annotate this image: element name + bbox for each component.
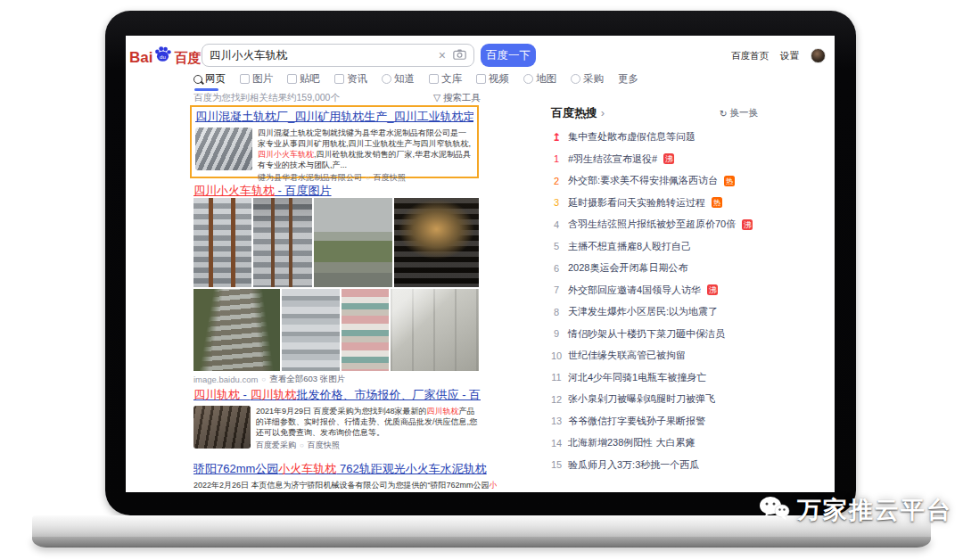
baidu-logo-text: Bai [129,49,152,67]
avatar[interactable] [811,48,826,63]
result-3-title[interactable]: 骄阳762mm公园小火车轨枕 762轨距观光小火车水泥轨枕 [193,461,497,477]
result-1-title[interactable]: 四川混凝土轨枕厂_四川矿用轨枕生产_四川工业轨枕定制-犍... [195,109,473,125]
wenku-icon [429,74,439,84]
tab-news[interactable]: 资讯 [334,72,367,86]
baidu-dot-icon: ○ [366,174,370,182]
camera-icon[interactable] [453,47,466,63]
search-tools-button[interactable]: ▽ 搜索工具 [433,92,481,104]
result-2-thumbnail[interactable] [193,406,251,449]
result-2-title[interactable]: 四川轨枕 - 四川轨枕批发价格、市场报价、厂家供应 - 百度... [193,387,481,403]
hot-search-panel: 百度热搜 › ↻换一换 ↥集中查处散布虚假信息等问题 1#羽生结弦宣布退役#沸 … [551,105,758,472]
hot-item[interactable]: 9情侣吵架从十楼扔下菜刀砸中保洁员 [551,327,758,341]
result-2: 四川轨枕 - 四川轨枕批发价格、市场报价、厂家供应 - 百度... 2021年9… [193,387,481,451]
hot-item[interactable]: 11河北4少年同骑1电瓶车被撞身亡 [551,371,758,384]
tab-maps[interactable]: 地图 [523,72,556,86]
image-results-grid [193,198,481,371]
search-tabs: 网页 图片 贴吧 资讯 知道 文库 视频 地图 采购 更多 [193,72,638,86]
hot-item[interactable]: 2外交部:要求美不得安排佩洛西访台热 [551,174,758,187]
tab-tieba[interactable]: 贴吧 [287,72,320,86]
hot-item[interactable]: 8天津发生爆炸小区居民:以为地震了 [551,305,758,318]
badge-boil: 沸 [742,219,753,230]
hot-item-top[interactable]: ↥集中查处散布虚假信息等问题 [551,130,758,144]
clear-icon[interactable]: × [439,48,446,62]
result-1-thumbnail[interactable] [195,128,252,170]
hot-search-list: ↥集中查处散布虚假信息等问题 1#羽生结弦宣布退役#沸 2外交部:要求美不得安排… [551,130,758,472]
top-pin-icon: ↥ [551,131,562,144]
baidu-home-link[interactable]: 百度首页 [731,50,769,62]
result-2-source: 百度爱采购 [256,440,296,451]
hot-item[interactable]: 15验瓜师月入3万:3秒挑一个西瓜 [551,458,758,472]
baidu-dot-icon: ○ [261,375,266,383]
tab-wenku[interactable]: 文库 [429,72,462,86]
tab-images[interactable]: 图片 [240,72,273,86]
image-thumbnail[interactable] [282,289,340,371]
hot-item[interactable]: 12张小泉剁刀被曝剁鸡腿时刀被弹飞 [551,392,758,406]
image-thumbnail[interactable] [193,289,280,371]
results-count: 百度为您找到相关结果约159,000个 [193,92,340,104]
refresh-icon: ↻ [720,108,728,119]
hot-item[interactable]: 14北海新增238例阳性 大白累瘫 [551,436,758,449]
result-1-cache-link[interactable]: 百度快照 [374,172,406,184]
badge-hot: 热 [724,176,735,186]
hot-search-title[interactable]: 百度热搜 › [551,105,605,121]
map-icon [523,74,533,84]
hot-item[interactable]: 10世纪佳缘失联高管已被拘留 [551,349,758,362]
view-all-images-link[interactable]: 查看全部603 张图片 [269,374,345,385]
baidu-dot-icon: ○ [300,441,304,449]
hot-item[interactable]: 62028奥运会开闭幕日期公布 [551,261,758,275]
search-query-text[interactable]: 四川小火车轨枕 [210,48,439,63]
video-icon [476,74,486,84]
tab-zhidao[interactable]: 知道 [382,72,415,86]
hot-item[interactable]: 3延时摄影看问天实验舱转运过程热 [551,196,758,210]
watermark: 万家推云平台 [758,494,952,526]
badge-boil: 沸 [663,153,674,164]
image-thumbnail[interactable] [193,198,251,287]
chevron-right-icon: › [601,106,605,119]
result-3: 骄阳762mm公园小火车轨枕 762轨距观光小火车水泥轨枕 2022年2月26日… [193,461,497,490]
zhidao-icon [382,74,391,84]
tieba-icon [287,74,297,84]
hot-item[interactable]: 7外交部回应邀请4国领导人访华沸 [551,284,758,297]
tab-video[interactable]: 视频 [476,72,509,86]
wechat-icon [758,494,790,526]
image-thumbnail[interactable] [394,198,479,287]
result-1-snippet: 四川混凝土轨枕定制就找犍为县华君水泥制品有限公司是一家专业从事四川矿用轨枕,四川… [258,128,473,170]
tab-web[interactable]: 网页 [193,72,226,86]
image-thumbnail[interactable] [391,289,479,371]
funnel-icon: ▽ [433,92,440,103]
watermark-text: 万家推云平台 [797,494,952,526]
image-thumbnail[interactable] [342,289,389,371]
image-icon [240,74,250,84]
svg-text:du: du [160,54,167,60]
hot-item[interactable]: 1#羽生结弦宣布退役#沸 [551,152,758,166]
result-3-snippet: 2022年2月26日 本页信息为济宁骄阳机械设备有限公司为您提供的“骄阳762m… [193,480,497,490]
image-thumbnail[interactable] [253,198,312,287]
image-thumbnail[interactable] [314,198,392,287]
tab-caigou[interactable]: 采购 [571,72,604,86]
result-2-snippet: 2021年9月29日 百度爱采购为您找到48家最新的四川轨枕产品的详细参数、实时… [256,406,481,438]
baidu-paw-icon: du [153,45,172,67]
search-icon [193,75,202,84]
laptop-base-edge [32,537,931,548]
badge-boil: 沸 [707,284,718,295]
tab-more[interactable]: 更多 [618,72,638,86]
hot-item[interactable]: 13爷爷微信打字要钱孙子果断报警 [551,415,758,428]
refresh-button[interactable]: ↻换一换 [720,107,758,119]
hot-item[interactable]: 5主播不想直播雇8人殴打自己 [551,240,758,253]
purchase-icon [571,74,580,84]
search-button[interactable]: 百度一下 [481,44,536,67]
image-source-site: image.baidu.com [193,375,258,384]
baidu-logo[interactable]: Bai du 百度 [129,45,201,67]
settings-link[interactable]: 设置 [780,50,799,62]
image-section-title[interactable]: 四川小火车轨枕 - 百度图片 [193,183,332,199]
result-1-highlight-box: 四川混凝土轨枕厂_四川矿用轨枕生产_四川工业轨枕定制-犍... 四川混凝土轨枕定… [190,105,479,178]
news-icon [334,74,344,84]
browser-viewport: Bai du 百度 四川小火车轨枕 × 百度一下 百度首页 设置 网页 [126,36,835,492]
result-2-cache-link[interactable]: 百度快照 [308,440,340,451]
badge-hot: 热 [712,197,722,208]
baidu-logo-chinese: 百度 [174,50,201,67]
hot-item[interactable]: 4含羽生结弦照片报纸被炒至超原价70倍沸 [551,218,758,231]
search-input[interactable]: 四川小火车轨枕 × [202,44,474,67]
